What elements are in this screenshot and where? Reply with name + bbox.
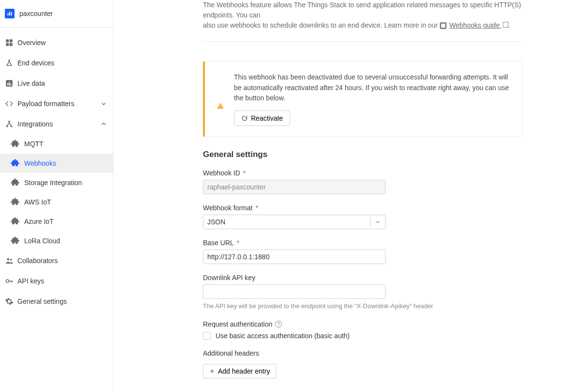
field-request-auth: Request authentication ? Use basic acces… (203, 320, 523, 340)
puzzle-icon (11, 236, 19, 245)
sidebar-item-label: AWS IoT (24, 198, 51, 206)
dashboard-icon (5, 38, 16, 47)
sidebar: paxcounter Overview End devices Live dat… (0, 0, 113, 392)
field-webhook-format: Webhook format* JSON (203, 204, 523, 229)
chevron-up-icon (99, 120, 108, 128)
webhook-format-select[interactable]: JSON (203, 215, 386, 229)
sidebar-item-label: Overview (17, 39, 46, 47)
external-link-icon (503, 22, 508, 28)
reactivate-label: Reactivate (251, 114, 283, 122)
webhook-id-label: Webhook ID (203, 169, 240, 177)
sidebar-item-label: Integrations (17, 120, 53, 128)
downlink-api-key-hint: The API key will be provided to the endp… (203, 302, 523, 311)
sidebar-item-label: MQTT (24, 140, 44, 148)
svg-rect-18 (220, 105, 220, 107)
sidebar-item-integrations[interactable]: Integrations (0, 114, 113, 134)
link-text: Webhooks guide (449, 21, 500, 29)
svg-point-12 (8, 121, 10, 123)
additional-headers-label: Additional headers (203, 349, 259, 357)
alert-text: This webhook has been deactivated due to… (234, 72, 511, 104)
sidebar-sub-awsiot[interactable]: AWS IoT (0, 192, 113, 212)
field-additional-headers: Additional headers Add header entry (203, 349, 523, 378)
add-header-label: Add header entry (218, 367, 270, 375)
section-general-settings: General settings (203, 150, 523, 159)
svg-point-13 (6, 125, 8, 127)
sidebar-item-label: Collaborators (17, 257, 58, 265)
required-mark: * (255, 204, 258, 212)
basic-auth-checkbox[interactable] (203, 332, 211, 340)
basic-auth-checkbox-label: Use basic access authentication (basic a… (216, 332, 350, 340)
sidebar-item-label: LoRa Cloud (24, 237, 60, 245)
help-icon[interactable]: ? (275, 321, 282, 328)
svg-rect-10 (9, 82, 10, 86)
intro-line-1: The Webhooks feature allows The Things S… (203, 1, 521, 19)
sidebar-item-label: Storage Integration (24, 179, 82, 187)
code-icon (5, 99, 16, 108)
svg-rect-9 (7, 83, 8, 85)
base-url-input[interactable] (203, 250, 386, 264)
chevron-down-icon (99, 99, 108, 108)
chart-icon (5, 79, 16, 88)
base-url-label: Base URL (203, 239, 234, 247)
sidebar-item-label: End devices (17, 59, 54, 67)
intro-line-2-prefix: also use webhooks to schedule downlinks … (203, 21, 440, 29)
svg-rect-2 (11, 13, 12, 16)
add-header-button[interactable]: Add header entry (203, 364, 276, 378)
select-value: JSON (207, 218, 225, 226)
sidebar-item-collaborators[interactable]: Collaborators (0, 251, 113, 271)
people-icon (5, 256, 16, 265)
svg-point-16 (10, 259, 12, 261)
webhook-id-input (203, 180, 386, 194)
sidebar-item-label: General settings (17, 298, 67, 305)
sidebar-sub-webhooks[interactable]: Webhooks (0, 154, 113, 173)
intro-text: The Webhooks feature allows The Things S… (203, 0, 523, 42)
puzzle-icon (11, 217, 19, 226)
app-icon (5, 9, 15, 18)
field-downlink-api-key: Downlink API key The API key will be pro… (203, 274, 523, 311)
sidebar-sub-storage[interactable]: Storage Integration (0, 173, 113, 192)
gear-icon (5, 297, 16, 306)
svg-rect-0 (8, 13, 9, 16)
warning-icon (217, 86, 234, 126)
sidebar-item-end-devices[interactable]: End devices (0, 53, 113, 73)
puzzle-icon (11, 198, 19, 206)
sidebar-item-apikeys[interactable]: API keys (0, 271, 113, 291)
field-webhook-id: Webhook ID* (203, 169, 523, 194)
plus-icon (209, 368, 215, 374)
svg-point-14 (11, 125, 13, 127)
sidebar-sub-loracloud[interactable]: LoRa Cloud (0, 231, 113, 251)
sidebar-sub-mqtt[interactable]: MQTT (0, 134, 113, 154)
svg-rect-5 (6, 43, 9, 46)
reactivate-button[interactable]: Reactivate (234, 110, 290, 126)
downlink-api-key-label: Downlink API key (203, 274, 255, 282)
svg-point-7 (8, 60, 10, 62)
request-auth-label: Request authentication (203, 320, 272, 328)
chevron-down-icon (374, 219, 381, 225)
downlink-api-key-input[interactable] (203, 284, 386, 299)
sidebar-item-overview[interactable]: Overview (0, 32, 113, 53)
app-name: paxcounter (19, 10, 53, 17)
sidebar-item-label: Webhooks (24, 159, 56, 167)
field-base-url: Base URL* (203, 239, 523, 264)
sidebar-item-live-data[interactable]: Live data (0, 73, 113, 94)
webhook-format-label: Webhook format (203, 204, 252, 212)
required-mark: * (237, 239, 239, 247)
puzzle-icon (11, 140, 19, 148)
puzzle-icon (11, 178, 19, 187)
doc-icon (440, 22, 447, 29)
sidebar-item-generalsettings[interactable]: General settings (0, 291, 113, 312)
integrations-icon (5, 120, 16, 128)
webhooks-guide-link[interactable]: Webhooks guide (449, 21, 508, 29)
svg-rect-1 (9, 12, 10, 16)
sidebar-sub-azureiot[interactable]: Azure IoT (0, 212, 113, 231)
sidebar-item-label: Payload formatters (17, 100, 75, 108)
svg-rect-4 (10, 39, 13, 42)
sidebar-item-label: API keys (17, 277, 44, 285)
sidebar-item-label: Live data (17, 79, 45, 87)
refresh-icon (241, 115, 248, 122)
sidebar-item-payload-formatters[interactable]: Payload formatters (0, 94, 113, 114)
svg-rect-11 (10, 84, 11, 86)
svg-rect-6 (10, 43, 13, 46)
svg-rect-19 (220, 107, 220, 108)
warning-alert: This webhook has been deactivated due to… (203, 61, 523, 137)
